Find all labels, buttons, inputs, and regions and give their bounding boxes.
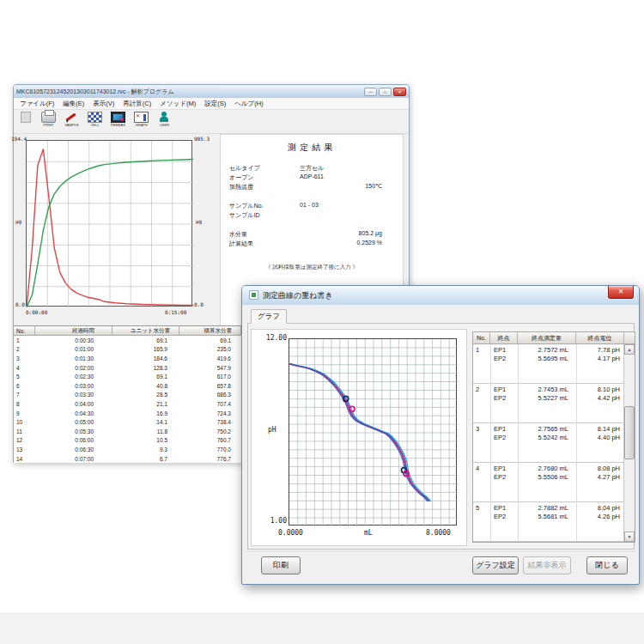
toolbar-button-print[interactable]: PRINT bbox=[38, 112, 59, 127]
table-cell: 10 bbox=[14, 419, 35, 425]
titration-overlay-svg bbox=[289, 339, 458, 526]
endpoint-table-body: 1EP12.7572 mL7.78 pHEP25.5695 mL4.17 pH2… bbox=[473, 344, 624, 542]
endpoint-name: EP2 bbox=[490, 513, 518, 520]
results-field-value: 三方セル bbox=[300, 164, 360, 173]
graph-settings-button[interactable]: グラフ設定 bbox=[472, 556, 519, 574]
endpoint-line: EP25.5695 mL4.17 pH bbox=[473, 354, 624, 362]
menu-item[interactable]: 再計算(C) bbox=[118, 100, 155, 108]
results-field-label: 計算結果 bbox=[229, 240, 300, 249]
toolbar-button-label: REMEAS bbox=[111, 123, 125, 127]
endpoint-line: EP25.5242 mL4.40 pH bbox=[473, 433, 624, 441]
table-scrollbar[interactable]: ▲ ▼ bbox=[623, 344, 635, 542]
drying-curve-svg bbox=[27, 141, 193, 307]
column-header-endpoint[interactable]: 終点 bbox=[490, 332, 518, 343]
scrollbar-thumb[interactable] bbox=[624, 406, 635, 459]
column-header-endpoint-volume[interactable]: 終点滴定量 bbox=[518, 332, 576, 343]
toolbar-button-user[interactable]: USER bbox=[154, 112, 175, 127]
table-cell: 760.7 bbox=[179, 437, 241, 443]
table-cell: 10.5 bbox=[112, 437, 179, 443]
table-cell: 16.9 bbox=[112, 410, 179, 416]
table-cell: 0:02:30 bbox=[35, 374, 112, 380]
endpoint-line: EP25.5506 mL4.27 pH bbox=[473, 472, 624, 481]
table-cell: 0:04:00 bbox=[35, 401, 112, 407]
column-header-endpoint-potential[interactable]: 終点電位 bbox=[576, 332, 624, 343]
table-cell: 0:05:30 bbox=[35, 428, 112, 434]
column-header-no[interactable]: No. bbox=[14, 326, 35, 335]
results-field-row bbox=[221, 221, 403, 230]
menu-item[interactable]: ヘルプ(H) bbox=[230, 100, 267, 108]
column-header-no[interactable]: No. bbox=[473, 332, 490, 343]
tab-graph[interactable]: グラフ bbox=[251, 309, 287, 324]
table-cell: 12 bbox=[14, 437, 35, 443]
table-cell: 3 bbox=[14, 355, 35, 361]
x-axis-end-label: 0:15:00 bbox=[165, 309, 186, 315]
column-header-filler bbox=[624, 332, 635, 343]
endpoint-line: EP25.5681 mL4.26 pH bbox=[473, 512, 624, 520]
table-cell: 0:03:00 bbox=[35, 383, 112, 389]
left-axis-max-label: 194.4 bbox=[11, 136, 27, 142]
results-field-value: ADP-611 bbox=[300, 173, 360, 183]
right-axis-unit-label: μg bbox=[196, 218, 202, 224]
results-field-row: 水分量805.2 μg bbox=[221, 230, 403, 240]
toolbar-button-open[interactable] bbox=[15, 112, 36, 123]
scrollbar-up-arrow[interactable]: ▲ bbox=[624, 344, 635, 355]
table-cell: 21.1 bbox=[112, 401, 179, 407]
table-cell: 8 bbox=[14, 401, 35, 407]
print-button[interactable]: 印刷 bbox=[261, 556, 301, 574]
table-cell: 7 bbox=[14, 392, 35, 398]
endpoint-table-header: No. 終点 終点滴定量 終点電位 bbox=[473, 332, 635, 344]
x-axis-start-label: 0:00:00 bbox=[26, 309, 47, 315]
results-title: 測定結果 bbox=[221, 142, 403, 154]
toolbar-button-chart[interactable]: GRAPH bbox=[131, 112, 152, 127]
endpoint-volume: 2.7572 mL bbox=[518, 346, 576, 354]
table-cell: 657.8 bbox=[179, 383, 241, 389]
table-cell: 0:04:30 bbox=[35, 410, 112, 416]
analysis-window-titlebar[interactable]: MKC61057231245201303011743012.rvc - 解析プロ… bbox=[14, 85, 409, 98]
column-header-accumulated-moisture[interactable]: 積算水分量 bbox=[179, 326, 241, 335]
endpoint-potential: 4.42 pH bbox=[576, 394, 624, 402]
endpoint-potential: 4.26 pH bbox=[576, 513, 624, 520]
close-button[interactable]: ✕ bbox=[393, 88, 406, 96]
table-cell: 0:01:00 bbox=[35, 346, 112, 352]
endpoint-group-row[interactable]: 1EP12.7572 mL7.78 pHEP25.5695 mL4.17 pH bbox=[473, 344, 624, 384]
overlay-window-titlebar[interactable]: 測定曲線の重ね書き ✕ bbox=[242, 286, 639, 305]
table-cell: 184.6 bbox=[112, 355, 179, 361]
ml-axis-start-label: 0.0000 bbox=[278, 529, 303, 537]
menu-item[interactable]: メソッド(M) bbox=[155, 100, 200, 108]
results-note: 《 試料採取量は測定終了後に入力 》 bbox=[221, 264, 403, 271]
menu-item[interactable]: 表示(V) bbox=[88, 100, 118, 108]
toolbar-button-grid[interactable]: CELL bbox=[84, 112, 106, 127]
menu-item[interactable]: 設定(S) bbox=[200, 100, 230, 108]
table-cell: 4 bbox=[14, 365, 35, 371]
endpoint-volume: 5.5227 mL bbox=[518, 394, 576, 402]
right-axis-min-label: 0.0 bbox=[194, 301, 204, 307]
endpoint-group-row[interactable]: 3EP12.7565 mL8.14 pHEP25.5242 mL4.40 pH bbox=[473, 423, 624, 463]
endpoint-volume: 2.7680 mL bbox=[518, 465, 576, 472]
endpoint-line: EP25.5227 mL4.42 pH bbox=[473, 393, 624, 402]
toolbar-button-pen[interactable]: SAMPLE bbox=[61, 112, 82, 127]
menu-item[interactable]: ファイル(F) bbox=[15, 100, 58, 108]
overlay-curves-window: 測定曲線の重ね書き ✕ グラフ 12.00 1.00 pH 0.0000 mL … bbox=[241, 285, 640, 585]
titration-overlay-chart bbox=[289, 338, 457, 526]
endpoint-volume: 5.5506 mL bbox=[518, 473, 576, 481]
toolbar-button-mon[interactable]: REMEAS bbox=[107, 112, 129, 127]
close-dialog-button[interactable]: 閉じる bbox=[586, 556, 628, 574]
endpoint-group-row[interactable]: 2EP12.7453 mL8.10 pHEP25.5227 mL4.42 pH bbox=[473, 384, 624, 423]
left-axis-unit-label: μg bbox=[15, 218, 21, 224]
endpoint-group-row[interactable]: 5EP12.7882 mL8.04 pHEP25.5681 mL4.26 pH bbox=[473, 502, 624, 542]
table-cell: 40.8 bbox=[112, 383, 179, 389]
close-button[interactable]: ✕ bbox=[608, 286, 634, 299]
endpoint-name: EP1 bbox=[490, 504, 518, 512]
endpoint-name: EP1 bbox=[490, 346, 518, 354]
button-separator bbox=[246, 551, 636, 553]
menu-item[interactable]: 編集(E) bbox=[58, 100, 88, 108]
table-cell: 69.1 bbox=[112, 337, 179, 343]
table-cell: 0:07:00 bbox=[35, 456, 112, 462]
minimize-button[interactable]: — bbox=[364, 88, 377, 96]
maximize-button[interactable]: □ bbox=[379, 88, 392, 96]
page: { "back_window": { "title": "MKC61057231… bbox=[0, 0, 644, 644]
column-header-unit-moisture[interactable]: ユニット水分量 bbox=[112, 326, 179, 335]
endpoint-group-row[interactable]: 4EP12.7680 mL8.08 pHEP25.5506 mL4.27 pH bbox=[473, 463, 624, 502]
column-header-elapsed-time[interactable]: 経過時間 bbox=[35, 326, 112, 335]
scrollbar-down-arrow[interactable]: ▼ bbox=[624, 532, 635, 542]
